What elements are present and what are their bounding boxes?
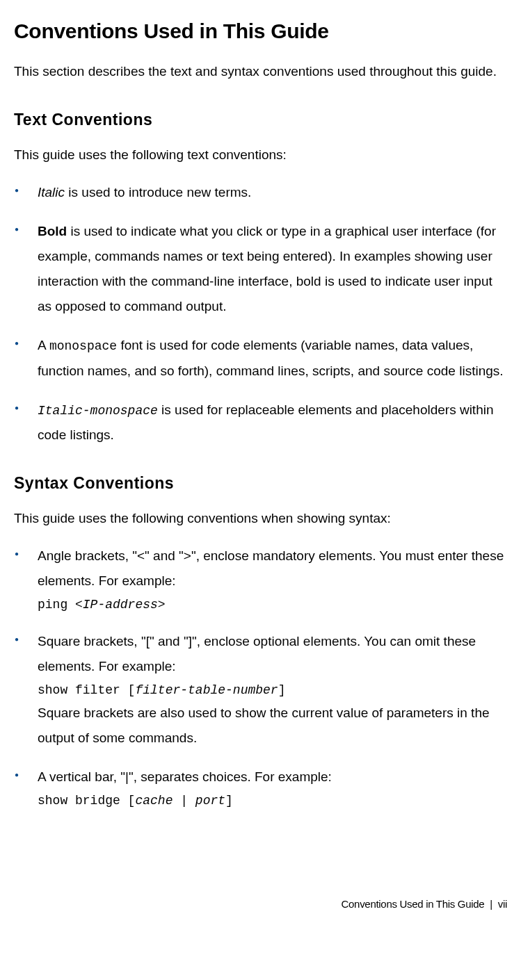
- code-text: >: [158, 598, 166, 612]
- monospace-term: monospace: [49, 339, 117, 353]
- page-footer: Conventions Used in This Guide | vii: [14, 895, 507, 915]
- list-item: Bold is used to indicate what you click …: [14, 219, 507, 319]
- code-placeholder: cache: [135, 794, 173, 808]
- code-text: ]: [225, 794, 233, 808]
- list-item: A vertical bar, "|", separates choices. …: [14, 765, 507, 811]
- syntax-conventions-list: Angle brackets, "<" and ">", enclose man…: [14, 544, 507, 811]
- page-number: vii: [498, 898, 507, 910]
- code-example: show filter [filter-table-number]: [38, 680, 507, 701]
- list-item: A monospace font is used for code elemen…: [14, 333, 507, 383]
- body-text: Square brackets, "[" and "]", enclose op…: [38, 634, 476, 673]
- text-conventions-heading: Text Conventions: [14, 105, 507, 136]
- italic-term: Italic: [38, 185, 65, 199]
- list-item: Italic-monospace is used for replaceable…: [14, 398, 507, 448]
- code-placeholder: port: [195, 794, 225, 808]
- code-text: show filter [: [38, 683, 135, 697]
- intro-paragraph: This section describes the text and synt…: [14, 59, 507, 84]
- body-text: A vertical bar, "|", separates choices. …: [38, 769, 332, 784]
- text-conventions-list: Italic is used to introduce new terms. B…: [14, 180, 507, 448]
- code-text: |: [173, 794, 195, 808]
- syntax-conventions-heading: Syntax Conventions: [14, 468, 507, 499]
- body-text: Square brackets are also used to show th…: [38, 705, 490, 745]
- list-item: Angle brackets, "<" and ">", enclose man…: [14, 544, 507, 615]
- body-text: A: [38, 338, 49, 352]
- body-text: is used to indicate what you click or ty…: [38, 224, 496, 313]
- footer-title: Conventions Used in This Guide: [342, 898, 485, 910]
- page-heading: Conventions Used in This Guide: [14, 11, 507, 51]
- bold-term: Bold: [38, 224, 67, 238]
- code-placeholder: filter-table-number: [135, 683, 278, 697]
- list-item: Square brackets, "[" and "]", enclose op…: [14, 629, 507, 751]
- code-example: show bridge [cache | port]: [38, 791, 507, 811]
- code-text: ping <: [38, 598, 83, 612]
- body-text: Angle brackets, "<" and ">", enclose man…: [38, 548, 504, 588]
- footer-separator: |: [490, 898, 492, 910]
- italic-monospace-term: Italic-monospace: [38, 404, 158, 418]
- code-placeholder: IP-address: [83, 598, 158, 612]
- text-conventions-lead: This guide uses the following text conve…: [14, 142, 507, 168]
- body-text: is used to introduce new terms.: [65, 185, 251, 199]
- list-item: Italic is used to introduce new terms.: [14, 180, 507, 205]
- code-text: ]: [278, 683, 286, 697]
- code-text: show bridge [: [38, 794, 135, 808]
- syntax-conventions-lead: This guide uses the following convention…: [14, 506, 507, 531]
- code-example: ping <IP-address>: [38, 595, 507, 615]
